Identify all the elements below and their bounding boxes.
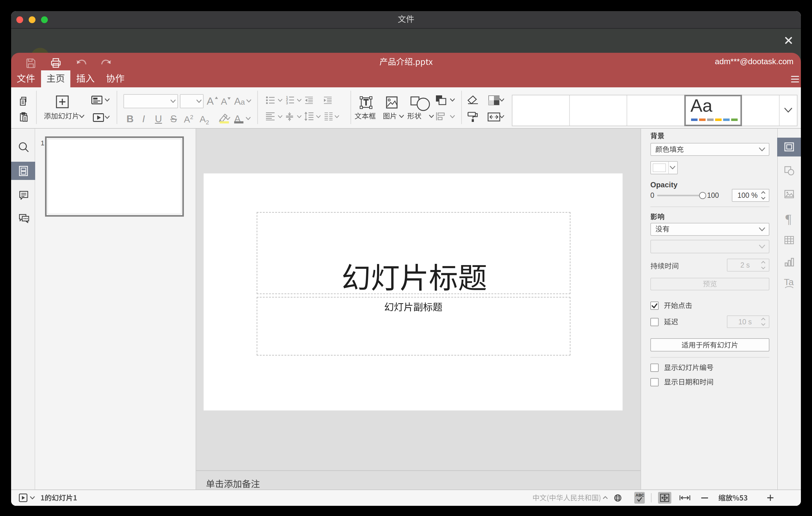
svg-text:Ta: Ta (784, 278, 794, 287)
svg-text:3: 3 (286, 101, 288, 105)
svg-text:ABC: ABC (636, 493, 644, 497)
